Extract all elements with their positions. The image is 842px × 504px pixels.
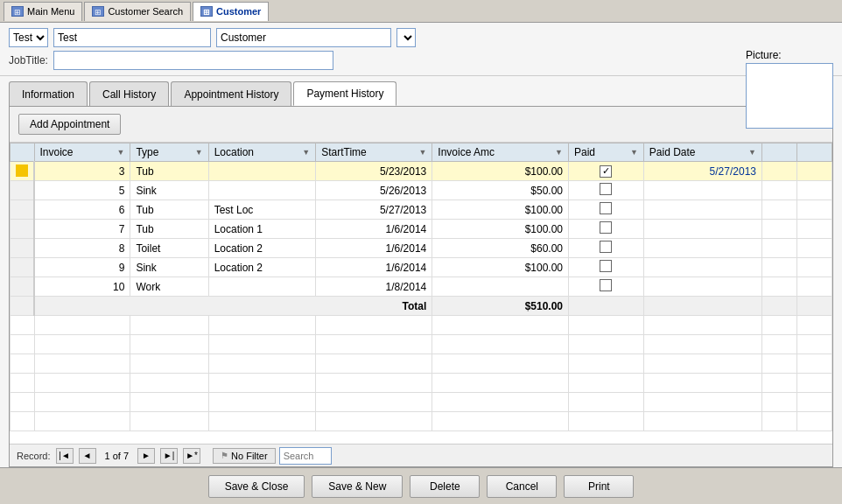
td-extra2 [797,258,832,277]
tab-appointment-history[interactable]: Appointment History [171,81,291,106]
header-row1: Test [9,28,833,47]
paid-checkbox[interactable] [600,279,612,291]
paid-checkbox[interactable] [600,260,612,272]
th-indicator [11,144,35,162]
th-invoice[interactable]: Invoice ▼ [34,144,130,162]
empty-cell [130,335,208,354]
total-empty-3 [797,297,832,316]
tab-information[interactable]: Information [9,81,88,106]
empty-cell [316,374,432,393]
td-extra2 [797,181,832,200]
delete-button[interactable]: Delete [410,475,480,498]
total-label: Total [34,297,432,316]
selected-row-indicator [16,164,28,177]
no-filter-button[interactable]: ⚑ No Filter [213,448,276,464]
starttime-sort-icon: ▼ [418,148,426,157]
td-paid[interactable] [569,277,644,297]
save-new-button[interactable]: Save & New [312,475,403,498]
empty-cell [643,393,761,412]
empty-cell [130,412,208,431]
empty-cell [432,393,569,412]
paid-checkbox[interactable] [600,221,612,234]
row-indicator [11,239,35,258]
tab-customer[interactable]: ⊞ Customer [193,2,269,21]
picture-box[interactable] [746,63,833,129]
print-button[interactable]: Print [564,475,634,498]
table-row[interactable]: 8ToiletLocation 21/6/2014$60.00 [11,239,832,258]
empty-cell [569,335,644,354]
paid-checkbox[interactable] [600,183,612,195]
td-paid[interactable] [569,181,644,200]
th-location[interactable]: Location ▼ [208,144,316,162]
table-row[interactable]: 5Sink5/26/2013$50.00 [11,181,832,200]
paid-date-sort-icon: ▼ [748,148,756,157]
save-close-button[interactable]: Save & Close [208,475,305,498]
search-input[interactable] [279,447,332,465]
last-name-input[interactable] [216,28,391,47]
nav-next-button[interactable]: ► [137,448,155,464]
tab-payment-history[interactable]: Payment History [293,81,396,106]
table-row[interactable]: 6TubTest Loc5/27/2013$100.00 [11,200,832,220]
table-row[interactable]: 10Work1/8/2014 [11,277,832,297]
empty-cell [643,412,761,431]
td-extra1 [762,239,797,258]
empty-cell [11,374,35,393]
td-starttime: 5/27/2013 [316,200,432,220]
tab-call-history[interactable]: Call History [89,81,169,106]
table-row[interactable]: 9SinkLocation 21/6/2014$100.00 [11,258,832,277]
td-paid-date: 5/27/2013 [643,162,761,181]
th-paid[interactable]: Paid ▼ [569,144,644,162]
suffix-select[interactable] [397,29,415,46]
picture-label: Picture: [746,49,782,61]
table-row[interactable]: 3Tub5/23/2013$100.00✓5/27/2013 [11,162,832,181]
td-location: Test Loc [208,200,316,220]
td-invoice-amt: $100.00 [432,220,569,239]
suffix-combo[interactable] [396,28,416,47]
th-invoice-amt[interactable]: Invoice Amc ▼ [432,144,569,162]
th-starttime[interactable]: StartTime ▼ [316,144,432,162]
paid-checkbox[interactable] [600,241,612,253]
empty-cell [432,354,569,374]
td-invoice: 10 [34,277,130,297]
prefix-select[interactable]: Test [10,29,47,46]
nav-new-button[interactable]: ►* [183,448,200,464]
tab-main-menu[interactable]: ⊞ Main Menu [4,2,82,21]
empty-cell [11,335,35,354]
nav-prev-button[interactable]: ◄ [79,448,96,464]
cancel-button[interactable]: Cancel [487,475,557,498]
empty-cell [208,316,316,335]
td-type: Tub [130,220,208,239]
td-paid-date [643,181,761,200]
prefix-combo[interactable]: Test [9,28,48,47]
tab-customer-search[interactable]: ⊞ Customer Search [84,2,191,21]
paid-checkbox[interactable]: ✓ [600,165,612,178]
nav-first-button[interactable]: |◄ [56,448,74,464]
td-paid[interactable] [569,258,644,277]
td-invoice: 7 [34,220,130,239]
empty-cell [569,393,644,412]
record-info: 1 of 7 [105,451,130,461]
td-paid[interactable] [569,220,644,239]
paid-checkbox[interactable] [600,202,612,214]
empty-row [11,374,832,393]
td-paid[interactable] [569,239,644,258]
td-location [208,181,316,200]
jobtitle-input[interactable] [53,51,333,70]
td-paid[interactable]: ✓ [569,162,644,181]
td-extra2 [797,277,832,297]
empty-cell [316,335,432,354]
add-appointment-button[interactable]: Add Appointment [18,114,121,135]
content-toolbar: Add Appointment [10,107,832,143]
nav-last-button[interactable]: ►| [160,448,178,464]
th-extra1 [762,144,797,162]
td-extra1 [762,181,797,200]
th-paid-date[interactable]: Paid Date ▼ [643,144,761,162]
td-paid[interactable] [569,200,644,220]
empty-cell [797,316,832,335]
empty-cell [11,316,35,335]
table-row[interactable]: 7TubLocation 11/6/2014$100.00 [11,220,832,239]
type-sort-icon: ▼ [195,148,203,157]
th-type[interactable]: Type ▼ [130,144,208,162]
first-name-input[interactable] [53,28,211,47]
bottom-bar: Save & Close Save & New Delete Cancel Pr… [0,467,842,504]
